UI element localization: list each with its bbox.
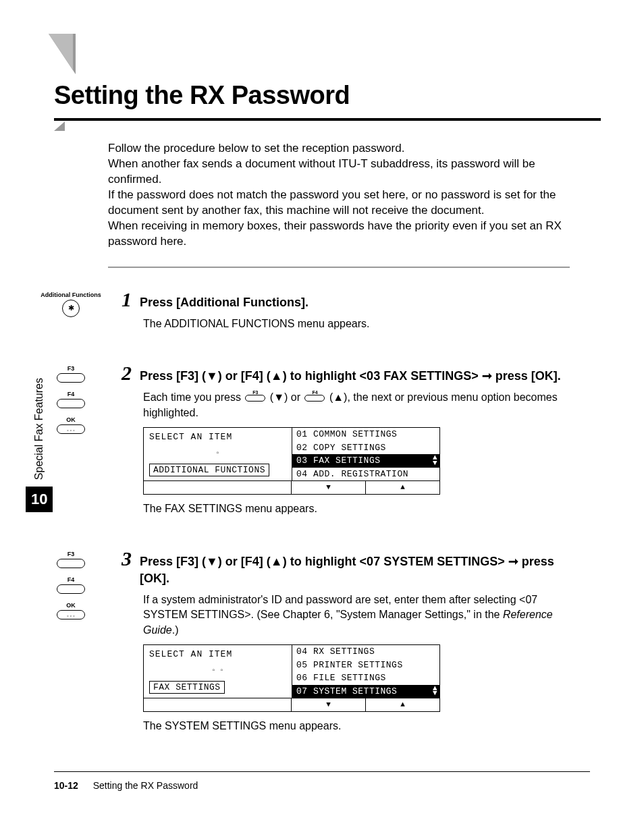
lcd-menu-item: 06 FILE SETTINGS bbox=[292, 671, 439, 685]
step-result: The FAX SETTINGS menu appears. bbox=[143, 501, 570, 516]
f3-key: F3 bbox=[57, 551, 85, 571]
step-description: Each time you press F3 (▼) or F4 (▲), th… bbox=[143, 390, 570, 420]
ok-key: OK bbox=[57, 602, 85, 623]
lcd-indicator: ▫ bbox=[149, 449, 286, 457]
scroll-indicator-icon: ▲▼ bbox=[433, 686, 437, 696]
step-2: F3 F4 OK 2 Press [F3] (▼) or [F4] (▲) to… bbox=[34, 362, 570, 523]
page-title: Setting the RX Password bbox=[54, 81, 590, 110]
intro-divider bbox=[108, 267, 570, 268]
f4-key: F4 bbox=[57, 576, 85, 597]
lcd-menu-item: 04 ADD. REGISTRATION bbox=[292, 468, 439, 481]
lcd-menu-item: 02 COPY SETTINGS bbox=[292, 441, 439, 455]
step-1: Additional Functions ✱ 1 Press [Addition… bbox=[34, 288, 570, 339]
page-number: 10-12 bbox=[54, 780, 78, 791]
f3-key-inline: F3 bbox=[245, 395, 265, 402]
step-description: If a system administrator's ID and passw… bbox=[143, 592, 570, 638]
footer-title: Setting the RX Password bbox=[93, 780, 198, 791]
corner-decoration bbox=[49, 34, 76, 74]
step-title: Press [Additional Functions]. bbox=[140, 294, 308, 311]
lcd-prompt: SELECT AN ITEM bbox=[149, 432, 286, 442]
lcd-menu-item: 07 SYSTEM SETTINGS▲▼ bbox=[292, 685, 439, 698]
lcd-menu-item: 05 PRINTER SETTINGS bbox=[292, 659, 439, 672]
step-result: The SYSTEM SETTINGS menu appears. bbox=[143, 719, 570, 734]
side-tab-chapter: 10 bbox=[26, 487, 53, 512]
side-tab-label: Special Fax Features bbox=[33, 378, 45, 480]
lcd-context: FAX SETTINGS bbox=[149, 681, 225, 694]
lcd-context: ADDITIONAL FUNCTIONS bbox=[149, 464, 269, 476]
f3-key: F3 bbox=[57, 365, 85, 385]
step-title: Press [F3] (▼) or [F4] (▲) to highlight … bbox=[140, 553, 570, 587]
lcd-indicator: ▫ ▫ bbox=[149, 667, 286, 674]
f4-key-inline: F4 bbox=[304, 395, 325, 402]
scroll-indicator-icon: ▲▼ bbox=[433, 456, 437, 466]
lcd-menu-item: 04 RX SETTINGS bbox=[292, 645, 439, 659]
intro-text: Follow the procedure below to set the re… bbox=[108, 141, 570, 250]
footer: 10-12 Setting the RX Password bbox=[54, 771, 590, 792]
lcd-menu-item: 03 FAX SETTINGS▲▼ bbox=[292, 454, 439, 468]
step-title: Press [F3] (▼) or [F4] (▲) to highlight … bbox=[140, 368, 561, 385]
step-number: 3 bbox=[122, 547, 132, 570]
title-underline bbox=[54, 118, 601, 121]
step-3: F3 F4 OK 3 Press [F3] (▼) or [F4] (▲) to… bbox=[34, 547, 570, 741]
lcd-screen: SELECT AN ITEM ▫ ADDITIONAL FUNCTIONS 01… bbox=[143, 427, 440, 495]
side-tab: Special Fax Features 10 bbox=[26, 378, 53, 512]
up-arrow-icon: ▲ bbox=[365, 698, 439, 711]
f4-key: F4 bbox=[57, 391, 85, 411]
down-arrow-icon: ▼ bbox=[291, 481, 365, 494]
lcd-menu-item: 01 COMMON SETTINGS bbox=[292, 428, 439, 441]
corner-decoration-small bbox=[54, 121, 65, 131]
up-arrow-icon: ▲ bbox=[365, 481, 439, 494]
lcd-prompt: SELECT AN ITEM bbox=[149, 649, 286, 659]
lcd-screen: SELECT AN ITEM ▫ ▫ FAX SETTINGS 04 RX SE… bbox=[143, 644, 440, 712]
ok-key: OK bbox=[57, 416, 85, 437]
step-number: 1 bbox=[122, 288, 132, 311]
additional-functions-key: Additional Functions ✱ bbox=[41, 292, 101, 317]
step-result: The ADDITIONAL FUNCTIONS menu appears. bbox=[143, 316, 570, 331]
step-number: 2 bbox=[122, 362, 132, 385]
down-arrow-icon: ▼ bbox=[291, 698, 365, 711]
